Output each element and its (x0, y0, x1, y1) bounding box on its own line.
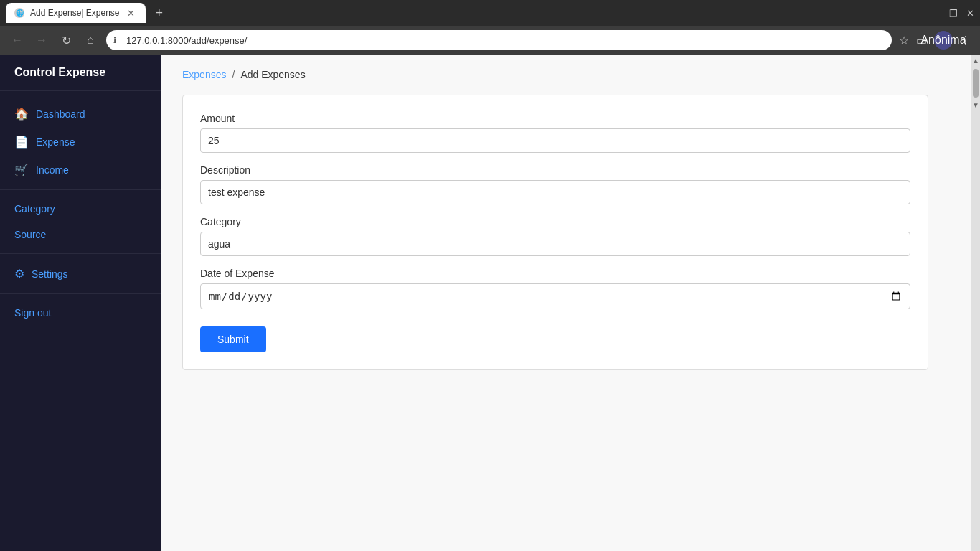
address-input[interactable] (106, 30, 892, 50)
sidebar-label-income: Income (36, 164, 69, 176)
category-label: Category (200, 216, 910, 227)
browser-addressbar: ← → ↻ ⌂ ℹ ☆ ▭ Anônima ⋮ (0, 26, 980, 55)
sidebar-nav: 🏠 Dashboard 📄 Expense 🛒 Income Category … (0, 91, 161, 334)
sidebar-item-dashboard[interactable]: 🏠 Dashboard (0, 100, 161, 128)
browser-scrollbar[interactable]: ▲ ▼ (971, 55, 980, 551)
window-controls: — ❐ ✕ (931, 8, 974, 19)
main-content: Expenses / Add Expenses Amount Descripti… (161, 55, 971, 551)
scroll-down-arrow[interactable]: ▼ (972, 100, 979, 110)
description-input[interactable] (200, 180, 910, 204)
category-input[interactable] (200, 232, 910, 256)
tab-close-button[interactable]: ✕ (126, 7, 137, 19)
home-button[interactable]: ⌂ (82, 32, 99, 49)
gear-icon: ⚙ (14, 267, 24, 281)
sidebar-item-settings[interactable]: ⚙ Settings (0, 260, 161, 288)
window-maximize-button[interactable]: ❐ (949, 8, 958, 19)
address-bar-wrap: ℹ (106, 30, 892, 50)
forward-button[interactable]: → (33, 32, 50, 49)
sidebar-label-dashboard: Dashboard (36, 108, 85, 120)
browser-actions: ☆ ▭ Anônima ⋮ (899, 31, 971, 50)
form-group-date: Date of Expense (200, 268, 910, 309)
date-label: Date of Expense (200, 268, 910, 279)
form-group-description: Description (200, 164, 910, 204)
sidebar-label-source: Source (14, 229, 46, 240)
bookmark-icon[interactable]: ☆ (899, 34, 909, 47)
breadcrumb-current: Add Expenses (240, 69, 305, 80)
sidebar-item-category[interactable]: Category (0, 196, 161, 222)
sidebar-label-signout: Sign out (14, 307, 51, 319)
window-minimize-button[interactable]: — (931, 8, 941, 19)
address-lock-icon: ℹ (113, 36, 116, 45)
reload-button[interactable]: ↻ (57, 32, 75, 49)
sidebar-label-expense: Expense (36, 136, 75, 148)
document-icon: 📄 (14, 135, 29, 149)
sidebar-item-income[interactable]: 🛒 Income (0, 156, 161, 184)
sidebar-label-category: Category (14, 203, 55, 215)
menu-icon[interactable]: ⋮ (960, 34, 971, 47)
breadcrumb-separator: / (232, 69, 235, 80)
sidebar-divider-3 (0, 293, 161, 294)
form-group-category: Category (200, 216, 910, 256)
date-input[interactable] (200, 283, 910, 309)
sidebar: Control Expense 🏠 Dashboard 📄 Expense 🛒 … (0, 55, 161, 551)
form-card: Amount Description Category Date of Expe… (182, 95, 928, 370)
description-label: Description (200, 164, 910, 176)
amount-label: Amount (200, 113, 910, 124)
home-icon: 🏠 (14, 107, 29, 121)
sidebar-divider-2 (0, 253, 161, 254)
sidebar-title: Control Expense (0, 55, 161, 91)
new-tab-button[interactable]: + (151, 6, 168, 21)
breadcrumb: Expenses / Add Expenses (182, 69, 950, 80)
tab-favicon: 🌐 (14, 8, 24, 18)
sidebar-divider-1 (0, 189, 161, 190)
back-button[interactable]: ← (9, 32, 26, 49)
submit-button[interactable]: Submit (200, 326, 266, 352)
form-group-amount: Amount (200, 113, 910, 153)
scroll-thumb[interactable] (973, 69, 979, 98)
sidebar-item-source[interactable]: Source (0, 222, 161, 248)
app-container: Control Expense 🏠 Dashboard 📄 Expense 🛒 … (0, 55, 980, 551)
scroll-up-arrow[interactable]: ▲ (972, 56, 979, 66)
profile-button[interactable]: Anônima (934, 31, 953, 50)
sidebar-item-signout[interactable]: Sign out (0, 300, 161, 326)
breadcrumb-expenses-link[interactable]: Expenses (182, 69, 226, 80)
amount-input[interactable] (200, 128, 910, 153)
window-close-button[interactable]: ✕ (966, 8, 974, 19)
sidebar-item-expense[interactable]: 📄 Expense (0, 128, 161, 156)
cart-icon: 🛒 (14, 163, 29, 176)
tab-title: Add Expense| Expense (30, 8, 120, 18)
browser-titlebar: 🌐 Add Expense| Expense ✕ + — ❐ ✕ (0, 0, 980, 26)
sidebar-label-settings: Settings (32, 268, 68, 280)
browser-tab[interactable]: 🌐 Add Expense| Expense ✕ (6, 3, 146, 23)
